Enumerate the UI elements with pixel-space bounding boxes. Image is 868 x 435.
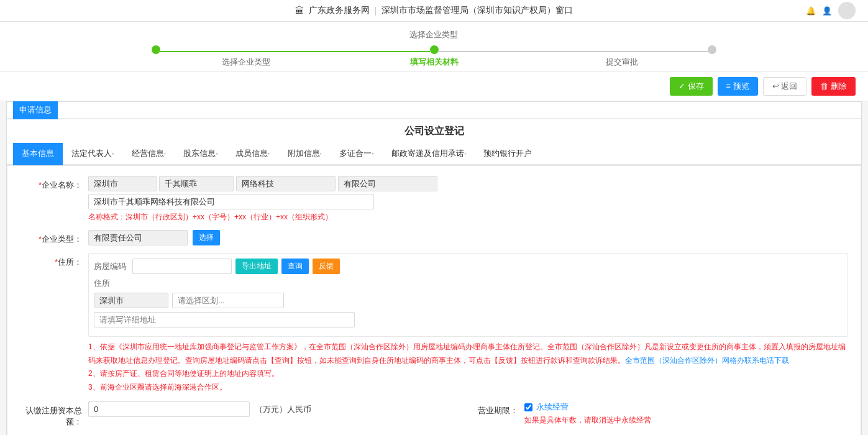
- content-box: 申请信息 公司设立登记 基本信息 法定代表人· 经营信息· 股东信息· 成员信息…: [6, 101, 862, 435]
- company-name-row: *企业名称： 名称格式：深圳市（行政区划）+xx（字号）+xx（行业）+xx（组…: [20, 176, 848, 222]
- form-title: 公司设立登记: [7, 119, 861, 143]
- capital-label: 认缴注册资本总额：: [20, 401, 88, 428]
- detail-address-row: [94, 312, 843, 327]
- user-icon[interactable]: 👤: [822, 6, 832, 16]
- business-period-section: 营业期限： 永续经营 如果是具体年数，请取消选中永续经营: [462, 401, 849, 426]
- download-link[interactable]: 全市范围（深汕合作区除外）网格办联系电话下载: [625, 356, 789, 365]
- company-type-controls: 选择: [88, 230, 848, 245]
- steps-container: 选择企业类型 选择企业类型 填写相关材料 提交审批: [0, 22, 868, 72]
- tab-member[interactable]: 成员信息·: [227, 143, 279, 165]
- header-subtitle: 深圳市市场监督管理局（深圳市知识产权局）窗口: [381, 5, 573, 16]
- address-notice: 1、依据《深圳市应用统一地址库加强商事登记与监管工作方案》，在全市范围（深汕合作…: [88, 341, 848, 394]
- site-name: 广东政务服务网: [309, 5, 370, 16]
- perpetual-warning: 如果是具体年数，请取消选中永续经营: [524, 415, 651, 426]
- step2-dot: [430, 45, 439, 54]
- header-divider: |: [375, 6, 377, 16]
- select-type-button[interactable]: 选择: [193, 230, 220, 245]
- header: 🏛 广东政务服务网 | 深圳市市场监督管理局（深圳市知识产权局）窗口 🔔 👤: [0, 0, 868, 22]
- notice-1: 1、依据《深圳市应用统一地址库加强商事登记与监管工作方案》，在全市范围（深汕合作…: [88, 341, 848, 367]
- house-code-row: 房屋编码 导出地址 查询 反馈: [94, 259, 843, 274]
- main-wrapper: 申请信息 公司设立登记 基本信息 法定代表人· 经营信息· 股东信息· 成员信息…: [0, 101, 868, 435]
- address-label: *住所：: [20, 253, 88, 268]
- company-type-label: *企业类型：: [20, 230, 88, 245]
- step1-dot: [152, 45, 160, 54]
- district-input[interactable]: [172, 293, 284, 308]
- tab-basic[interactable]: 基本信息: [13, 143, 63, 165]
- address-row: *住所： 房屋编码 导出地址 查询 反馈: [20, 253, 848, 394]
- type-input[interactable]: [338, 176, 437, 191]
- company-type-row: *企业类型： 选择: [20, 230, 848, 245]
- perpetual-checkbox[interactable]: [524, 403, 532, 411]
- residence-label-row: 住所: [94, 278, 843, 289]
- city-input[interactable]: [88, 176, 157, 191]
- company-type-input[interactable]: [88, 230, 188, 245]
- user-avatar: [838, 2, 856, 19]
- nav-tabs: 基本信息 法定代表人· 经营信息· 股东信息· 成员信息· 附加信息· 多证合一…: [7, 143, 861, 165]
- line2: [439, 51, 708, 52]
- save-button[interactable]: ✓ 保存: [670, 77, 713, 96]
- gov-icon: 🏛: [295, 6, 304, 16]
- city-field[interactable]: [94, 293, 168, 308]
- notice-3: 3、前海企业区圈请选择前海深港合作区。: [88, 381, 848, 395]
- step-1: 选择企业类型: [152, 29, 716, 45]
- tab-additional[interactable]: 附加信息·: [279, 143, 331, 165]
- tab-business[interactable]: 经营信息·: [123, 143, 175, 165]
- header-title: 🏛 广东政务服务网 | 深圳市市场监督管理局（深圳市知识产权局）窗口: [295, 5, 573, 16]
- header-right: 🔔 👤: [806, 2, 856, 19]
- city-district-row: [94, 293, 843, 308]
- name-format-hint: 名称格式：深圳市（行政区划）+xx（字号）+xx（行业）+xx（组织形式）: [88, 212, 848, 222]
- address-inner: 房屋编码 导出地址 查询 反馈 住所: [88, 253, 848, 337]
- house-code-input[interactable]: [132, 259, 232, 274]
- company-name-label: *企业名称：: [20, 176, 88, 191]
- tab-bank[interactable]: 预约银行开户: [475, 143, 541, 165]
- residence-label: 住所: [94, 278, 110, 289]
- business-period-controls: 永续经营 如果是具体年数，请取消选中永续经营: [524, 401, 651, 426]
- form-area: *企业名称： 名称格式：深圳市（行政区划）+xx（字号）+xx（行业）+xx（组…: [7, 165, 861, 435]
- step3-dot: [708, 45, 716, 54]
- capital-input[interactable]: [88, 401, 250, 417]
- capital-row: 认缴注册资本总额： （万元）人民币 营业期限： 永续经营 如果是具体年数，请: [20, 401, 848, 428]
- step3-name: 提交审批: [606, 57, 638, 66]
- full-name-input[interactable]: [88, 194, 374, 209]
- query-button[interactable]: 查询: [281, 259, 309, 274]
- tab-shareholder[interactable]: 股东信息·: [175, 143, 227, 165]
- company-name-controls: 名称格式：深圳市（行政区划）+xx（字号）+xx（行业）+xx（组织形式）: [88, 176, 848, 222]
- feedback-button[interactable]: 反馈: [313, 259, 340, 274]
- delete-button[interactable]: 🗑 删除: [811, 77, 856, 96]
- back-button[interactable]: ↩ 返回: [763, 77, 807, 96]
- business-period-label: 营业期限：: [475, 401, 524, 416]
- full-name-row: [88, 194, 848, 209]
- step1-name: 选择企业类型: [222, 57, 270, 66]
- toolbar: ✓ 保存 ≡ 预览 ↩ 返回 🗑 删除: [0, 72, 868, 101]
- section-tab-apply[interactable]: 申请信息: [13, 101, 58, 119]
- section-header: 申请信息: [7, 102, 861, 119]
- step2-name: 填写相关材料: [410, 57, 459, 66]
- notice-2: 2、请按房产证、租赁合同等地使证明上的地址内容填写。: [88, 367, 848, 381]
- industry-input[interactable]: [236, 176, 336, 191]
- address-controls: 房屋编码 导出地址 查询 反馈 住所: [88, 253, 848, 394]
- name-part1-input[interactable]: [159, 176, 234, 191]
- detail-address-input[interactable]: [94, 312, 355, 327]
- tab-postal[interactable]: 邮政寄递及信用承诺·: [383, 143, 475, 165]
- capital-unit: （万元）人民币: [255, 404, 311, 415]
- export-addr-button[interactable]: 导出地址: [235, 259, 278, 274]
- tab-legal[interactable]: 法定代表人·: [63, 143, 123, 165]
- house-code-label: 房屋编码: [94, 261, 126, 272]
- bell-icon[interactable]: 🔔: [806, 6, 816, 16]
- perpetual-label: 永续经营: [536, 401, 569, 413]
- line1: [160, 51, 429, 52]
- step1-label: 选择企业类型: [409, 29, 458, 40]
- preview-button[interactable]: ≡ 预览: [718, 77, 758, 96]
- tab-multi-cert[interactable]: 多证合一·: [331, 143, 383, 165]
- company-name-inputs: [88, 176, 848, 191]
- capital-controls: （万元）人民币: [88, 401, 462, 417]
